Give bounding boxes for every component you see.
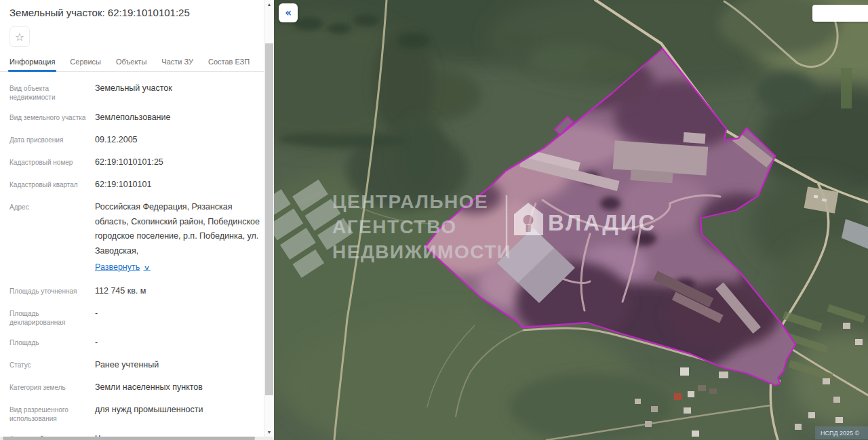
field-value: 09.12.2005 bbox=[95, 133, 264, 146]
field-list: Вид объекта недвижимости Земельный участ… bbox=[0, 72, 264, 440]
field-label: Категория земель bbox=[9, 380, 95, 394]
field-label: Кадастровый квартал bbox=[9, 178, 95, 191]
tab-services[interactable]: Сервисы bbox=[70, 58, 101, 66]
field-row: Категория земель Земли населенных пункто… bbox=[9, 380, 264, 394]
tab-parcel-parts[interactable]: Части ЗУ bbox=[161, 58, 193, 66]
field-value: для нужд промышленности bbox=[95, 403, 264, 423]
field-row: Площадь декларированная - bbox=[9, 306, 264, 327]
field-label: Площадь декларированная bbox=[9, 306, 95, 327]
field-value: 62:19:1010101 bbox=[95, 178, 264, 191]
tab-objects[interactable]: Объекты bbox=[116, 58, 146, 66]
parcel-info-panel: Земельный участок: 62:19:1010101:25 ☆ Ин… bbox=[0, 0, 264, 440]
tab-bar: Информация Сервисы Объекты Части ЗУ Сост… bbox=[0, 58, 264, 72]
scroll-up-icon[interactable]: ▲ bbox=[264, 2, 274, 7]
tab-information[interactable]: Информация bbox=[9, 58, 55, 66]
vertical-scroll-thumb[interactable] bbox=[265, 43, 273, 395]
field-value: Земельный участок bbox=[95, 81, 264, 102]
panel-horizontal-scrollbar[interactable] bbox=[0, 437, 274, 440]
field-value: - bbox=[95, 306, 264, 327]
field-row: Дата присвоения 09.12.2005 bbox=[9, 133, 264, 146]
field-value: Российская Федерация, Рязанская область,… bbox=[95, 200, 264, 275]
collapse-panel-button[interactable]: « bbox=[279, 3, 298, 22]
panel-vertical-scrollbar[interactable]: ▲ ▼ bbox=[264, 0, 274, 440]
watermark-brand-text: ВЛАДИС bbox=[548, 210, 656, 235]
field-value: Ранее учтенный bbox=[95, 358, 264, 372]
field-label: Статус bbox=[9, 358, 95, 372]
field-row: Площадь уточненная 112 745 кв. м bbox=[9, 284, 264, 298]
field-row: Площадь - bbox=[9, 336, 264, 349]
chevron-down-icon: ∨ bbox=[144, 260, 151, 275]
field-label: Вид объекта недвижимости bbox=[9, 81, 95, 102]
field-row: Вид земельного участка Землепользование bbox=[9, 111, 264, 124]
tab-ezp-content[interactable]: Состав ЕЗП bbox=[208, 58, 250, 66]
horizontal-scroll-thumb[interactable] bbox=[3, 437, 255, 440]
watermark-line-1: ЦЕНТРАЛЬНОЕ bbox=[332, 191, 488, 212]
scroll-down-icon[interactable]: ▼ bbox=[264, 430, 274, 435]
field-row: Вид разрешенного использования для нужд … bbox=[9, 403, 264, 423]
field-row: Вид объекта недвижимости Земельный участ… bbox=[9, 81, 264, 102]
field-value: - bbox=[95, 336, 264, 349]
attribution-text: НСПД 2025 © bbox=[821, 430, 860, 437]
expand-address-link[interactable]: Развернуть ∨ bbox=[95, 260, 150, 275]
field-label: Вид земельного участка bbox=[9, 111, 95, 124]
field-row-address: Адрес Российская Федерация, Рязанская об… bbox=[9, 200, 264, 275]
page-title: Земельный участок: 62:19:1010101:25 bbox=[0, 0, 264, 19]
field-label: Площадь bbox=[9, 336, 95, 349]
field-label: Площадь уточненная bbox=[9, 284, 95, 298]
field-label: Дата присвоения bbox=[9, 133, 95, 146]
watermark-line-3: НЕДВИЖИМОСТИ bbox=[332, 241, 511, 262]
field-value: 112 745 кв. м bbox=[95, 284, 264, 298]
field-row: Кадастровый номер 62:19:1010101:25 bbox=[9, 155, 264, 169]
address-text: Российская Федерация, Рязанская область,… bbox=[95, 202, 260, 256]
field-label: Кадастровый номер bbox=[9, 155, 95, 169]
star-icon: ☆ bbox=[15, 31, 24, 43]
satellite-map[interactable]: ЦЕНТРАЛЬНОЕ АГЕНТСТВО НЕДВИЖИМОСТИ ВЛАДИ… bbox=[274, 0, 868, 440]
field-row: Статус Ранее учтенный bbox=[9, 358, 264, 372]
map-toolbar-box[interactable] bbox=[812, 5, 868, 22]
favorite-button[interactable]: ☆ bbox=[9, 26, 30, 47]
field-value: Землепользование bbox=[95, 111, 264, 124]
field-row: Кадастровый квартал 62:19:1010101 bbox=[9, 178, 264, 191]
attribution-badge: НСПД 2025 © bbox=[815, 426, 868, 439]
double-chevron-left-icon: « bbox=[285, 7, 292, 19]
field-value: Земли населенных пунктов bbox=[95, 380, 264, 394]
field-label: Вид разрешенного использования bbox=[9, 403, 95, 423]
field-value: 62:19:1010101:25 bbox=[95, 155, 264, 169]
field-label: Адрес bbox=[9, 200, 95, 275]
watermark-line-2: АГЕНТСТВО bbox=[332, 216, 457, 237]
